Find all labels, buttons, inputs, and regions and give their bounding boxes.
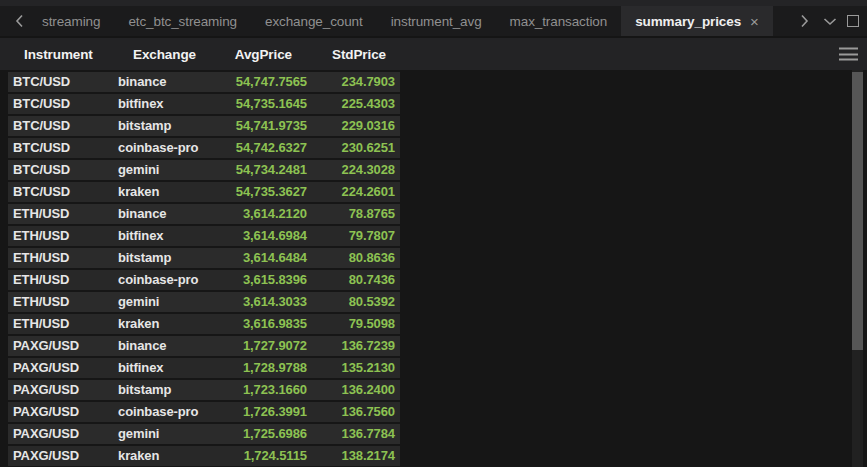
cell-avg: 1,727.9072 bbox=[230, 336, 318, 356]
table-row[interactable]: PAXG/USDgemini1,725.6986136.7784 bbox=[8, 424, 400, 444]
tab-bar: streamingetc_btc_streamingexchange_count… bbox=[0, 6, 867, 36]
vertical-scrollbar[interactable] bbox=[852, 70, 863, 467]
chevron-down-icon[interactable] bbox=[821, 17, 839, 26]
column-header-avgprice[interactable]: AvgPrice bbox=[230, 47, 318, 62]
tab-label: exchange_count bbox=[265, 14, 363, 29]
column-header-stdprice[interactable]: StdPrice bbox=[318, 47, 400, 62]
table-row[interactable]: PAXG/USDcoinbase-pro1,726.3991136.7560 bbox=[8, 402, 400, 422]
cell-std: 79.5098 bbox=[318, 314, 400, 334]
tab-instrument_avg[interactable]: instrument_avg bbox=[377, 6, 496, 36]
cell-exchange: coinbase-pro bbox=[115, 138, 230, 158]
tab-close-icon[interactable]: × bbox=[750, 14, 759, 29]
tab-max_transaction[interactable]: max_transaction bbox=[496, 6, 622, 36]
cell-avg: 3,614.3033 bbox=[230, 292, 318, 312]
cell-std: 79.7807 bbox=[318, 226, 400, 246]
tab-label: summary_prices bbox=[635, 14, 741, 29]
cell-instrument: BTC/USD bbox=[8, 160, 115, 180]
cell-std: 136.7784 bbox=[318, 424, 400, 444]
table-row[interactable]: ETH/USDkraken3,616.983579.5098 bbox=[8, 314, 400, 334]
cell-instrument: PAXG/USD bbox=[8, 358, 115, 378]
cell-exchange: kraken bbox=[115, 182, 230, 202]
cell-avg: 54,742.6327 bbox=[230, 138, 318, 158]
table-row[interactable]: ETH/USDgemini3,614.303380.5392 bbox=[8, 292, 400, 312]
cell-instrument: ETH/USD bbox=[8, 204, 115, 224]
cell-instrument: PAXG/USD bbox=[8, 402, 115, 422]
table-row[interactable]: ETH/USDbitstamp3,614.648480.8636 bbox=[8, 248, 400, 268]
cell-avg: 1,724.5115 bbox=[230, 446, 318, 466]
table-body: BTC/USDbinance54,747.7565234.7903BTC/USD… bbox=[0, 70, 867, 467]
cell-instrument: PAXG/USD bbox=[8, 380, 115, 400]
column-header-exchange[interactable]: Exchange bbox=[115, 47, 230, 62]
tab-label: etc_btc_streaming bbox=[128, 14, 237, 29]
cell-instrument: PAXG/USD bbox=[8, 336, 115, 356]
cell-avg: 54,734.2481 bbox=[230, 160, 318, 180]
cell-instrument: PAXG/USD bbox=[8, 424, 115, 444]
cell-std: 80.5392 bbox=[318, 292, 400, 312]
cell-exchange: binance bbox=[115, 72, 230, 92]
cell-std: 224.3028 bbox=[318, 160, 400, 180]
cell-avg: 54,735.1645 bbox=[230, 94, 318, 114]
cell-instrument: ETH/USD bbox=[8, 248, 115, 268]
tabbar-controls bbox=[795, 6, 867, 36]
scrollbar-thumb[interactable] bbox=[852, 72, 863, 350]
cell-exchange: gemini bbox=[115, 160, 230, 180]
cell-exchange: bitfinex bbox=[115, 358, 230, 378]
cell-avg: 3,616.9835 bbox=[230, 314, 318, 334]
tab-exchange_count[interactable]: exchange_count bbox=[251, 6, 377, 36]
tab-etc_btc_streaming[interactable]: etc_btc_streaming bbox=[114, 6, 251, 36]
table-row[interactable]: ETH/USDcoinbase-pro3,615.839680.7436 bbox=[8, 270, 400, 290]
table-row[interactable]: BTC/USDbinance54,747.7565234.7903 bbox=[8, 72, 400, 92]
cell-std: 234.7903 bbox=[318, 72, 400, 92]
table-row[interactable]: PAXG/USDkraken1,724.5115138.2174 bbox=[8, 446, 400, 466]
table-row[interactable]: BTC/USDbitfinex54,735.1645225.4303 bbox=[8, 94, 400, 114]
cell-std: 80.7436 bbox=[318, 270, 400, 290]
cell-avg: 3,614.2120 bbox=[230, 204, 318, 224]
cell-instrument: ETH/USD bbox=[8, 292, 115, 312]
tab-summary_prices[interactable]: summary_prices× bbox=[621, 6, 773, 36]
table-row[interactable]: BTC/USDcoinbase-pro54,742.6327230.6251 bbox=[8, 138, 400, 158]
cell-instrument: BTC/USD bbox=[8, 138, 115, 158]
cell-exchange: binance bbox=[115, 336, 230, 356]
cell-avg: 1,723.1660 bbox=[230, 380, 318, 400]
cell-avg: 3,615.8396 bbox=[230, 270, 318, 290]
cell-avg: 54,735.3627 bbox=[230, 182, 318, 202]
table-row[interactable]: BTC/USDbitstamp54,741.9735229.0316 bbox=[8, 116, 400, 136]
cell-exchange: bitstamp bbox=[115, 380, 230, 400]
cell-exchange: coinbase-pro bbox=[115, 402, 230, 422]
cell-avg: 1,725.6986 bbox=[230, 424, 318, 444]
cell-std: 78.8765 bbox=[318, 204, 400, 224]
cell-std: 225.4303 bbox=[318, 94, 400, 114]
table-row[interactable]: ETH/USDbinance3,614.212078.8765 bbox=[8, 204, 400, 224]
tab-label: streaming bbox=[42, 14, 100, 29]
cell-std: 230.6251 bbox=[318, 138, 400, 158]
table-header: Instrument Exchange AvgPrice StdPrice bbox=[0, 36, 867, 70]
cell-instrument: ETH/USD bbox=[8, 270, 115, 290]
table-rows: BTC/USDbinance54,747.7565234.7903BTC/USD… bbox=[8, 70, 400, 466]
table-row[interactable]: PAXG/USDbinance1,727.9072136.7239 bbox=[8, 336, 400, 356]
cell-exchange: coinbase-pro bbox=[115, 270, 230, 290]
column-header-instrument[interactable]: Instrument bbox=[8, 47, 115, 62]
maximize-icon[interactable] bbox=[847, 15, 859, 27]
cell-std: 80.8636 bbox=[318, 248, 400, 268]
tab-label: instrument_avg bbox=[391, 14, 482, 29]
menu-icon[interactable] bbox=[839, 48, 858, 61]
tab-streaming[interactable]: streaming bbox=[28, 6, 114, 36]
cell-avg: 3,614.6984 bbox=[230, 226, 318, 246]
scroll-tabs-right-icon[interactable] bbox=[795, 14, 813, 28]
cell-std: 136.7239 bbox=[318, 336, 400, 356]
cell-std: 136.7560 bbox=[318, 402, 400, 422]
table-row[interactable]: BTC/USDgemini54,734.2481224.3028 bbox=[8, 160, 400, 180]
table-row[interactable]: BTC/USDkraken54,735.3627224.2601 bbox=[8, 182, 400, 202]
table-row[interactable]: ETH/USDbitfinex3,614.698479.7807 bbox=[8, 226, 400, 246]
cell-exchange: bitfinex bbox=[115, 94, 230, 114]
cell-avg: 1,728.9788 bbox=[230, 358, 318, 378]
cell-instrument: BTC/USD bbox=[8, 72, 115, 92]
scroll-tabs-left-icon[interactable] bbox=[10, 6, 28, 36]
cell-instrument: ETH/USD bbox=[8, 314, 115, 334]
cell-avg: 3,614.6484 bbox=[230, 248, 318, 268]
cell-std: 136.2400 bbox=[318, 380, 400, 400]
cell-exchange: kraken bbox=[115, 446, 230, 466]
table-row[interactable]: PAXG/USDbitstamp1,723.1660136.2400 bbox=[8, 380, 400, 400]
column-headers: Instrument Exchange AvgPrice StdPrice bbox=[8, 47, 400, 62]
table-row[interactable]: PAXG/USDbitfinex1,728.9788135.2130 bbox=[8, 358, 400, 378]
